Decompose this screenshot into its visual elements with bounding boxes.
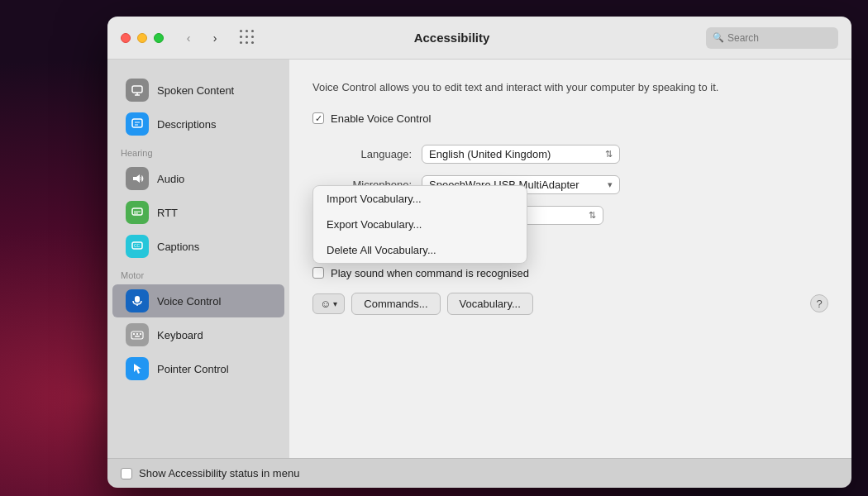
play-sound-row: Play sound when command is recognised (312, 267, 828, 279)
commands-button[interactable]: Commands... (351, 293, 440, 315)
show-status-label: Show Accessibility status in menu (139, 467, 299, 479)
language-label: Language: (312, 148, 412, 160)
import-vocabulary-item[interactable]: Import Vocabulary... (313, 186, 527, 212)
language-row: Language: English (United Kingdom) ⇅ (312, 145, 828, 164)
delete-vocabulary-item[interactable]: Delete All Vocabulary... (313, 237, 527, 263)
svg-rect-0 (132, 86, 142, 93)
svg-rect-12 (135, 296, 140, 303)
plus-minus-button[interactable]: ☺ ▾ (312, 293, 345, 314)
maximize-button[interactable] (154, 33, 164, 43)
export-vocabulary-item[interactable]: Export Vocabulary... (313, 212, 527, 237)
play-sound-label: Play sound when command is recognised (331, 267, 529, 279)
play-sound-checkbox[interactable] (312, 267, 324, 279)
search-input[interactable] (727, 32, 832, 44)
close-button[interactable] (121, 33, 131, 43)
window-body: Spoken Content Descriptions Hearing (107, 60, 851, 458)
language-arrow-icon: ⇅ (605, 149, 613, 160)
spoken-content-label: Spoken Content (157, 84, 234, 97)
rtt-label: RTT (157, 207, 178, 219)
audio-icon (126, 167, 149, 190)
show-status-checkbox[interactable] (121, 468, 132, 479)
descriptions-label: Descriptions (157, 118, 217, 131)
sidebar-item-captions[interactable]: CC Captions (112, 230, 284, 263)
keyboard-label: Keyboard (157, 329, 203, 341)
sidebar-item-pointer-control[interactable]: Pointer Control (112, 352, 284, 385)
bottom-bar: ☺ ▾ Commands... Vocabulary... ? Import V… (312, 293, 828, 315)
voice-control-icon (126, 289, 149, 312)
language-value: English (United Kingdom) (429, 148, 551, 160)
enable-voice-control-label: Enable Voice Control (331, 112, 431, 125)
vocabulary-button[interactable]: Vocabulary... (447, 293, 533, 315)
main-content: Voice Control allows you to edit text an… (289, 60, 851, 458)
captions-icon: CC (126, 235, 149, 258)
descriptions-icon (126, 112, 149, 136)
dropdown-menu: Import Vocabulary... Export Vocabulary..… (312, 185, 527, 264)
search-icon: 🔍 (713, 32, 724, 43)
pointer-control-label: Pointer Control (157, 363, 229, 375)
titlebar-title: Accessibility (198, 31, 706, 45)
sidebar-item-rtt[interactable]: RTT (112, 196, 284, 229)
help-button[interactable]: ? (810, 294, 828, 312)
microphone-arrow-icon: ▾ (608, 179, 613, 190)
footer: Show Accessibility status in menu (107, 458, 851, 488)
sidebar-item-descriptions[interactable]: Descriptions (112, 107, 284, 141)
keyboard-icon (126, 323, 149, 346)
svg-rect-18 (135, 336, 140, 337)
hearing-section-label: Hearing (107, 141, 289, 161)
pointer-control-icon (126, 357, 149, 380)
svg-marker-6 (133, 174, 140, 183)
sidebar-item-keyboard[interactable]: Keyboard (112, 318, 284, 351)
traffic-lights (121, 33, 164, 43)
plus-minus-icon: ☺ (320, 298, 331, 310)
description-text: Voice Control allows you to edit text an… (312, 79, 828, 96)
svg-text:CC: CC (134, 243, 141, 248)
overlay-arrow-icon: ⇅ (589, 210, 596, 221)
sidebar-item-audio[interactable]: Audio (112, 162, 284, 195)
svg-rect-15 (133, 333, 135, 335)
svg-rect-3 (132, 119, 142, 127)
rtt-icon (126, 201, 149, 224)
titlebar: ‹ › Accessibility 🔍 (107, 17, 851, 60)
minimize-button[interactable] (137, 33, 147, 43)
voice-control-label: Voice Control (157, 295, 221, 308)
svg-rect-16 (136, 333, 138, 335)
enable-voice-control-row: ✓ Enable Voice Control (312, 112, 828, 125)
spoken-content-icon (126, 79, 149, 102)
sidebar: Spoken Content Descriptions Hearing (107, 60, 289, 458)
back-button[interactable]: ‹ (177, 29, 200, 47)
language-select[interactable]: English (United Kingdom) ⇅ (422, 145, 620, 164)
svg-rect-14 (131, 331, 143, 339)
window: ‹ › Accessibility 🔍 (107, 17, 851, 488)
search-bar[interactable]: 🔍 (706, 27, 838, 49)
sidebar-item-spoken-content[interactable]: Spoken Content (112, 74, 284, 107)
motor-section-label: Motor (107, 264, 289, 284)
svg-rect-17 (140, 333, 141, 335)
audio-label: Audio (157, 173, 184, 185)
sidebar-item-voice-control[interactable]: Voice Control (112, 284, 284, 317)
captions-label: Captions (157, 241, 199, 253)
enable-voice-control-checkbox[interactable]: ✓ (312, 112, 324, 124)
dropdown-arrow-icon: ▾ (333, 299, 337, 308)
